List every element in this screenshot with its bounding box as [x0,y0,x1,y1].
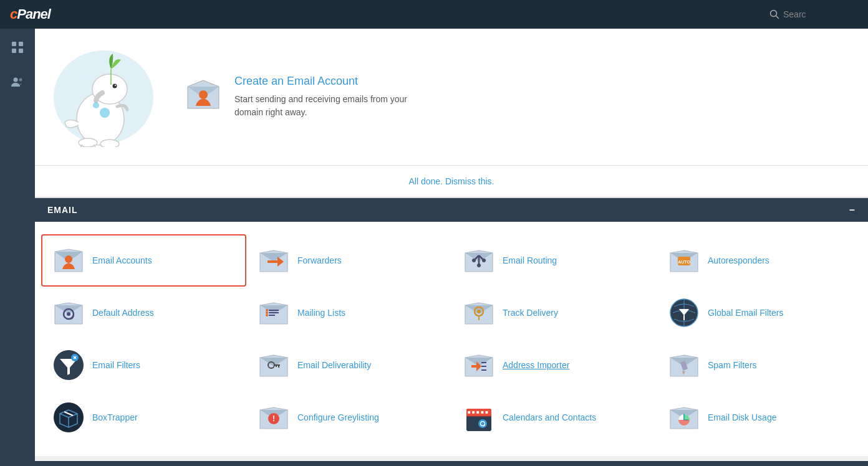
configure-greylisting-icon: ! [258,401,290,434]
dismiss-link[interactable]: All done. Dismiss this. [409,176,494,186]
users-icon [11,75,24,89]
promo-envelope-icon [185,77,222,115]
svg-point-37 [477,264,481,267]
svg-point-15 [100,140,119,147]
email-item-boxtrapper[interactable]: BoxTrapper [41,391,246,444]
email-item-email-filters[interactable]: Email Filters [41,339,246,391]
svg-line-1 [776,16,779,19]
promo-title: Create an Email Account [234,75,409,88]
email-filters-label: Email Filters [92,359,140,371]
email-disk-usage-icon [668,401,700,434]
svg-point-13 [93,102,99,108]
svg-point-25 [199,90,208,99]
promo-content: Create an Email Account Start sending an… [185,75,849,119]
email-item-address-importer[interactable]: Address Importer [451,339,657,391]
top-navigation: cPanel [0,0,868,29]
track-delivery-icon [463,297,495,329]
email-item-configure-greylisting[interactable]: !Configure Greylisting [246,391,451,444]
svg-point-38 [472,259,476,262]
address-importer-icon [463,349,495,381]
email-accounts-label: Email Accounts [92,255,152,266]
email-routing-icon [463,244,495,277]
sidebar-item-users[interactable] [6,71,29,93]
default-address-icon [52,297,85,329]
global-email-filters-label: Global Email Filters [708,307,783,318]
address-importer-label: Address Importer [503,359,569,371]
track-delivery-label: Track Delivery [503,307,558,318]
email-item-email-disk-usage[interactable]: Email Disk Usage [657,391,862,444]
email-filters-icon [52,349,85,381]
email-item-calendars-contacts[interactable]: ■ ■ ■ ■ ■Calendars and Contacts [451,391,657,444]
search-area[interactable] [769,9,858,19]
search-icon [769,9,779,19]
svg-text:■ ■ ■ ■ ■: ■ ■ ■ ■ ■ [468,409,488,415]
boxtrapper-label: BoxTrapper [92,412,138,423]
email-item-email-deliverability[interactable]: Email Deliverability [246,339,451,391]
svg-rect-2 [12,42,16,46]
cpanel-logo: cPanel [10,6,51,22]
svg-rect-4 [12,49,16,53]
email-disk-usage-label: Email Disk Usage [708,412,776,423]
svg-point-59 [477,310,481,313]
sidebar-item-dashboard[interactable] [6,36,29,59]
default-address-label: Default Address [92,307,154,318]
email-item-email-accounts[interactable]: Email Accounts [41,234,246,287]
svg-text:!: ! [272,414,275,423]
svg-point-99 [478,419,487,428]
mailing-lists-label: Mailing Lists [297,307,345,318]
svg-point-39 [482,259,486,262]
email-item-global-email-filters[interactable]: Global Email Filters [657,287,862,339]
email-collapse-button[interactable]: – [849,204,856,216]
email-section: EMAIL – Email AccountsForwardersEmail Ro… [35,198,868,456]
svg-point-47 [67,312,70,316]
files-section: FILES – [35,461,868,466]
svg-point-10 [113,83,117,88]
svg-point-53 [266,309,268,311]
svg-point-54 [266,311,268,314]
email-deliverability-icon [258,349,290,381]
email-section-body: Email AccountsForwardersEmail RoutingAUT… [35,222,868,456]
email-item-autoresponders[interactable]: AUTOAutoresponders [657,234,862,287]
dino-illustration [47,47,160,147]
promo-description: Start sending and receiving emails from … [234,93,409,119]
email-item-track-delivery[interactable]: Track Delivery [451,287,657,339]
svg-point-28 [65,255,72,263]
svg-point-7 [19,78,22,82]
email-item-mailing-lists[interactable]: Mailing Lists [246,287,451,339]
email-item-spam-filters[interactable]: Spam Filters [657,339,862,391]
email-section-header: EMAIL – [35,198,868,222]
email-item-forwarders[interactable]: Forwarders [246,234,451,287]
grid-icon [11,40,24,54]
forwarders-icon [258,244,290,277]
spam-filters-icon [668,349,700,381]
svg-text:AUTO: AUTO [678,260,690,264]
email-deliverability-label: Email Deliverability [297,359,371,371]
calendars-contacts-icon: ■ ■ ■ ■ ■ [463,401,495,434]
svg-point-6 [14,78,18,82]
calendars-contacts-label: Calendars and Contacts [503,412,596,423]
email-item-default-address[interactable]: Default Address [41,287,246,339]
svg-rect-3 [19,42,23,46]
dinosaur-image [60,50,147,147]
mailing-lists-icon [258,297,290,329]
email-item-email-routing[interactable]: Email Routing [451,234,657,287]
main-content: Create an Email Account Start sending an… [35,29,868,466]
spam-filters-label: Spam Filters [708,359,757,371]
files-section-header: FILES – [35,461,868,466]
svg-point-0 [771,11,777,17]
promo-card: Create an Email Account Start sending an… [35,29,868,166]
svg-point-55 [266,314,268,316]
svg-point-12 [100,108,110,118]
svg-point-11 [115,85,116,86]
svg-rect-5 [19,49,23,53]
dismiss-area: All done. Dismiss this. [35,166,868,198]
main-layout: Create an Email Account Start sending an… [0,29,868,466]
autoresponders-label: Autoresponders [708,255,769,266]
boxtrapper-icon [52,401,85,434]
email-routing-label: Email Routing [503,255,557,266]
configure-greylisting-label: Configure Greylisting [297,412,379,423]
autoresponders-icon: AUTO [668,244,700,277]
promo-text: Create an Email Account Start sending an… [234,75,409,119]
search-input[interactable] [783,9,858,19]
email-accounts-icon [52,244,85,277]
